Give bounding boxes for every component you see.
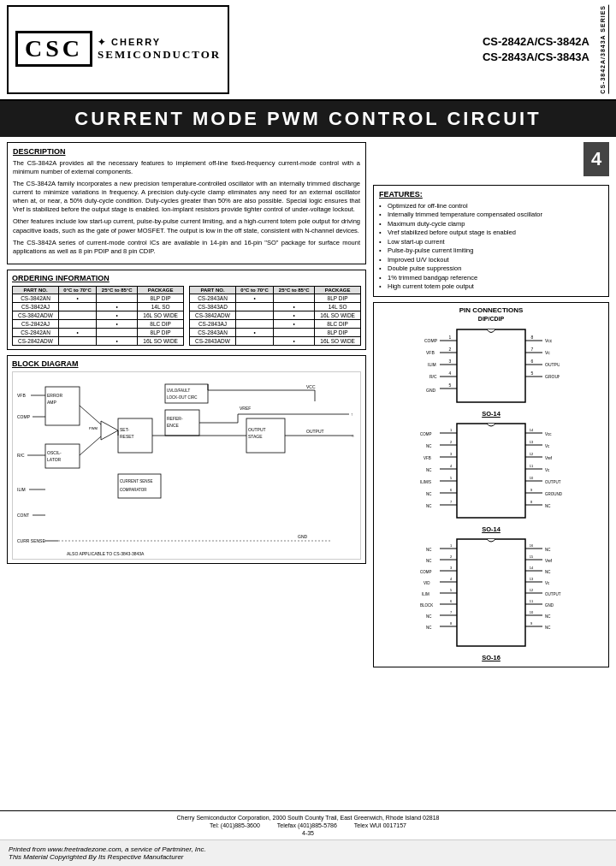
cell: 16L SO WIDE: [138, 311, 184, 319]
svg-text:NC: NC: [426, 559, 432, 563]
svg-text:○: ○: [352, 433, 354, 438]
block-diagram: VFB COMP R/C ILIM CONT CURR SENSE: [12, 371, 361, 560]
so16-svg: NC NC COMP VID ILIM BLOCK NC NC NC Vref …: [418, 535, 564, 650]
svg-text:Vref: Vref: [545, 559, 553, 563]
svg-text:9: 9: [530, 621, 533, 626]
footer-page: 4-35: [3, 830, 613, 836]
cell: [236, 319, 274, 328]
part-number-1: CS-2842A/CS-3842A: [483, 34, 589, 50]
cell: CS-2843ADW: [190, 336, 236, 345]
svg-text:R/C: R/C: [17, 453, 25, 458]
svg-text:STAGE: STAGE: [248, 434, 263, 439]
svg-text:Vc: Vc: [545, 350, 550, 355]
section-badge: 4: [583, 142, 609, 176]
cell: [59, 302, 97, 311]
svg-text:4: 4: [450, 577, 453, 581]
svg-text:Vcc: Vcc: [545, 432, 552, 436]
feature-item: 1% trimmed bandgap reference: [379, 274, 603, 283]
cell: [236, 302, 274, 311]
svg-text:5: 5: [450, 476, 453, 480]
cell: 8LC DIP: [138, 319, 184, 328]
cell: •: [274, 311, 315, 319]
main-content: DESCRIPTION The CS-3842A provides all th…: [0, 137, 616, 810]
cell: [236, 336, 274, 345]
svg-text:VFB: VFB: [424, 456, 431, 460]
feature-item: Double pulse suppression: [379, 264, 603, 274]
svg-text:Vc: Vc: [545, 581, 550, 585]
svg-text:NC: NC: [426, 626, 432, 630]
svg-text:NC: NC: [426, 614, 432, 619]
table-row: CS-2842ADW • 16L SO WIDE: [13, 336, 184, 345]
svg-text:NC: NC: [426, 548, 432, 552]
cell: •: [97, 336, 138, 345]
svg-text:GROUND: GROUND: [545, 492, 563, 496]
svg-text:SET-: SET-: [120, 427, 129, 432]
pin-connections-title: PIN CONNECTIONS: [378, 306, 604, 314]
svg-text:10: 10: [530, 476, 534, 480]
svg-text:NC: NC: [545, 626, 551, 630]
svg-text:13: 13: [530, 577, 534, 581]
svg-text:3: 3: [450, 566, 453, 570]
description-section: DESCRIPTION The CS-3842A provides all th…: [7, 142, 366, 264]
cell: CS-2842AN: [13, 328, 59, 336]
cell: [59, 319, 97, 328]
features-title: FEATURES:: [379, 190, 603, 199]
cell: [59, 311, 97, 319]
svg-text:NC: NC: [545, 504, 551, 508]
cell: CS-2842AJ: [13, 319, 59, 328]
cell: •: [274, 302, 315, 311]
svg-text:5: 5: [449, 383, 452, 388]
svg-text:12: 12: [530, 452, 534, 456]
so14-label: SO-14: [482, 525, 500, 533]
cell: •: [97, 319, 138, 328]
svg-text:NC: NC: [426, 468, 432, 472]
svg-text:2: 2: [450, 555, 453, 559]
svg-text:COMPARATOR: COMPARATOR: [120, 488, 147, 492]
col-temp1-1: 0°C to 70°C: [59, 286, 97, 294]
block-diagram-svg: VFB COMP R/C ILIM CONT CURR SENSE: [13, 371, 360, 560]
cell: CS-3842ADW: [190, 311, 236, 319]
svg-text:VID: VID: [424, 581, 430, 585]
svg-text:13: 13: [530, 440, 534, 444]
table-row: CS-3843AD • 14L SO: [190, 302, 361, 311]
print-line-2: This Material Copyrighted By Its Respect…: [9, 853, 607, 861]
svg-text:14: 14: [530, 566, 534, 570]
cell: [274, 328, 315, 336]
desc-p3: Other features include low start-up curr…: [13, 217, 360, 234]
table-row: CS-2842AJ • 8LC DIP: [13, 319, 184, 328]
svg-text:6: 6: [450, 488, 453, 492]
side-label: CS-3842A/3843A SERIES: [600, 5, 609, 94]
cherry-label: ✦ CHERRY: [98, 37, 221, 48]
left-column: DESCRIPTION The CS-3842A provides all th…: [7, 142, 366, 805]
svg-text:8: 8: [531, 335, 534, 340]
svg-rect-55: [457, 329, 525, 402]
svg-text:Vc: Vc: [545, 468, 550, 472]
dip-diagram: 1 2 3 4 8 7 6 5 COMP VFB ILIM R/C: [378, 325, 604, 419]
svg-text:UVLO/FAULT: UVLO/FAULT: [167, 389, 190, 393]
csc-logo: CSC: [15, 31, 92, 67]
svg-text:RESET: RESET: [120, 434, 134, 439]
svg-text:12: 12: [530, 588, 534, 592]
feature-item: Optimized for off-line control: [379, 202, 603, 211]
table-row: CS-2843AN • 8LP DIP: [190, 294, 361, 302]
svg-text:CONT: CONT: [17, 513, 29, 518]
cell: [274, 294, 315, 302]
ordering-tables: PART NO. 0°C to 70°C 25°C to 85°C PACKAG…: [12, 286, 361, 346]
svg-text:9: 9: [530, 488, 533, 492]
footer: Cherry Semiconductor Corporation, 2000 S…: [0, 810, 616, 839]
svg-text:↑: ↑: [351, 412, 353, 417]
svg-text:BLOCK: BLOCK: [420, 603, 433, 608]
feature-item: Improved U/V lockout: [379, 256, 603, 265]
col-pkg-1: PACKAGE: [138, 286, 184, 294]
part-number-2: CS-2843A/CS-3843A: [483, 50, 589, 65]
features-list: Optimized for off-line control Internall…: [379, 202, 603, 292]
svg-text:1: 1: [450, 543, 453, 548]
svg-text:3: 3: [450, 452, 453, 456]
svg-text:14: 14: [530, 428, 534, 432]
logo-area: CSC ✦ CHERRY SEMICONDUCTOR: [7, 5, 229, 94]
feature-item: Maximum duty-cycle clamp: [379, 220, 603, 229]
feature-item: Internally trimmed temperature compensat…: [379, 211, 603, 220]
cell: •: [236, 294, 274, 302]
table-row: CS-2842AN • 8LP DIP: [13, 328, 184, 336]
svg-rect-83: [457, 424, 525, 518]
